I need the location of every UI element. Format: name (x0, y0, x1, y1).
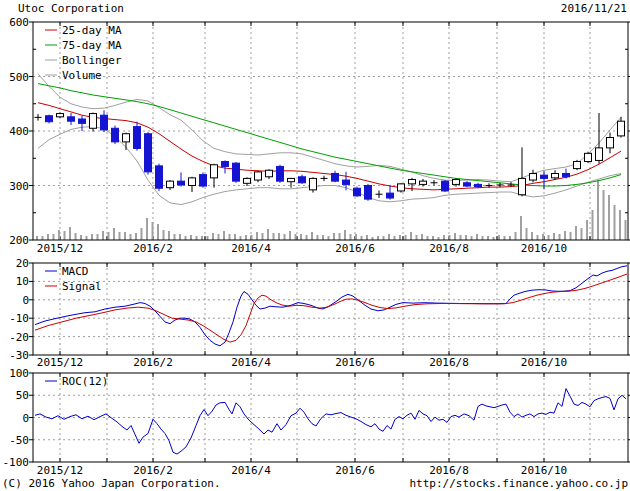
candle-body (90, 114, 97, 129)
volume-bar (570, 232, 572, 240)
legend-label: Volume (62, 69, 102, 82)
volume-bar (97, 234, 99, 240)
y-tick-label: 0 (22, 412, 29, 425)
volume-bar (36, 236, 38, 240)
volume-bar (333, 233, 335, 240)
volume-bar (91, 234, 93, 240)
volume-bar (399, 235, 401, 240)
x-tick-label: 2015/12 (37, 242, 83, 255)
candle (563, 169, 570, 179)
candle (189, 177, 196, 192)
volume-bar (476, 234, 478, 240)
candle (79, 116, 86, 131)
candle (200, 172, 207, 187)
volume-bar (141, 228, 143, 240)
stock-chart-svg: 2015/122016/22016/42016/62016/82016/1060… (0, 0, 630, 491)
legend-label: Bollinger (62, 54, 122, 67)
volume-bar (410, 232, 412, 240)
candle-body (310, 178, 317, 189)
candle (354, 187, 361, 197)
volume-bar (432, 236, 434, 240)
grid-layer (33, 373, 628, 462)
candle-body (178, 181, 185, 185)
volume-bar (196, 236, 198, 240)
roc12-line (35, 389, 626, 454)
candle (255, 171, 262, 182)
candle-body (618, 121, 625, 136)
volume-bar (256, 232, 258, 240)
volume-bar (608, 195, 610, 240)
volume-bar (234, 234, 236, 240)
volume-bar (201, 236, 203, 240)
candle-body (475, 184, 482, 186)
candle (145, 132, 152, 175)
legend: 25-day MA75-day MABollingerVolume (45, 24, 122, 82)
x-axis-labels: 2015/122016/22016/42016/62016/82016/10 (37, 242, 567, 255)
volume-bar (339, 233, 341, 240)
candle (90, 112, 97, 131)
candle-body (519, 178, 526, 194)
x-tick-label: 2016/8 (429, 356, 469, 369)
legend: MACDSignal (45, 265, 102, 293)
x-tick-label: 2016/2 (133, 242, 173, 255)
y-tick-label: -50 (9, 434, 29, 447)
volume-bar (405, 235, 407, 240)
volume-bar (119, 232, 121, 240)
candle-body (398, 184, 405, 191)
candle-body (585, 153, 592, 161)
x-tick-label: 2016/6 (335, 356, 375, 369)
candle-body (354, 188, 361, 196)
x-tick-label: 2015/12 (37, 464, 83, 477)
candle-body (167, 181, 174, 188)
candle (35, 114, 42, 121)
candle (420, 179, 427, 187)
volume-bar (262, 233, 264, 240)
volume-bar (498, 235, 500, 240)
y-tick-label: 100 (9, 367, 29, 380)
candle (123, 133, 130, 150)
source-url: http://stocks.finance.yahoo.co.jp (409, 477, 628, 490)
panel-price: 2015/122016/22016/42016/62016/82016/1060… (9, 16, 630, 255)
legend-label: 25-day MA (62, 24, 122, 37)
candle-body (156, 166, 163, 188)
candle (211, 164, 218, 188)
volume-bar (300, 234, 302, 240)
volume-bar (619, 210, 621, 240)
volume-bar (520, 216, 522, 240)
x-tick-label: 2016/2 (133, 464, 173, 477)
volume-bar (454, 233, 456, 240)
volume-bar (575, 226, 577, 240)
candle (156, 164, 163, 191)
candle-body (420, 181, 427, 184)
volume-bar (603, 190, 605, 240)
volume-bar (509, 236, 511, 240)
volume-bar (377, 236, 379, 240)
candle (442, 180, 449, 192)
volume-bar (229, 234, 231, 240)
legend-label: 75-day MA (62, 39, 122, 52)
candle (519, 147, 526, 196)
volume-bar (504, 236, 506, 240)
candle (233, 162, 240, 183)
candle-body (332, 174, 339, 182)
candle-body (101, 115, 108, 130)
volume-bar (80, 235, 82, 240)
legend-label: Signal (62, 280, 102, 293)
candle (299, 175, 306, 184)
volume-bar (564, 231, 566, 240)
legend-label: ROC(12) (62, 375, 108, 388)
candle (288, 178, 295, 188)
x-tick-label: 2016/4 (231, 464, 271, 477)
candle (222, 160, 229, 173)
volume-bar (64, 231, 66, 240)
volume-bar (592, 210, 594, 240)
volume-bar (251, 235, 253, 240)
candle (398, 183, 405, 192)
volume-bar (537, 235, 539, 240)
candle-body (409, 180, 416, 184)
candle (387, 185, 394, 200)
volume-bar (361, 236, 363, 240)
candle (46, 115, 53, 124)
candle-body (211, 165, 218, 178)
volume-bar (163, 230, 165, 240)
